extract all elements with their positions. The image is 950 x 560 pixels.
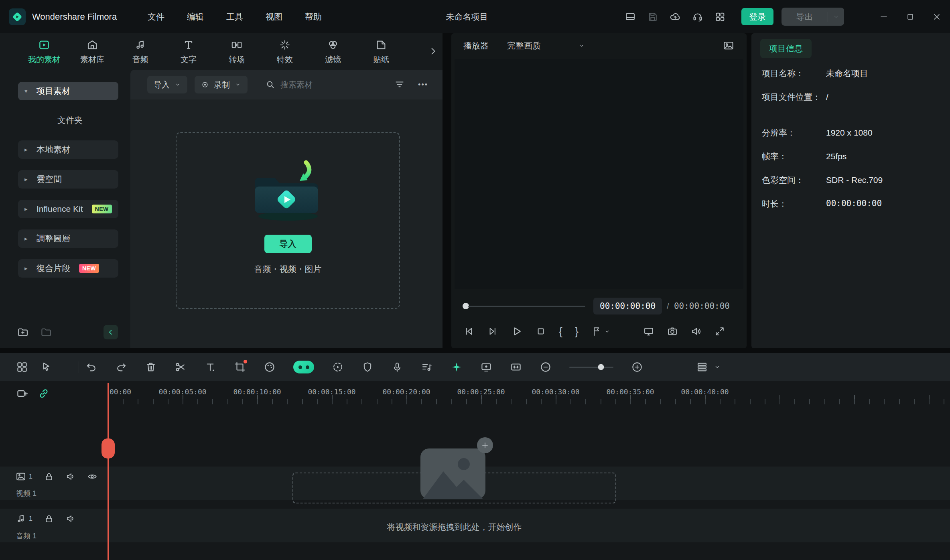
menu-help[interactable]: 帮助 [298, 8, 328, 26]
sidebar-subfolder-label[interactable]: 文件夹 [57, 115, 83, 126]
stop-button[interactable] [535, 326, 546, 337]
tab-transitions[interactable]: 转场 [213, 35, 261, 68]
tab-project-info[interactable]: 项目信息 [760, 39, 812, 58]
zoom-slider[interactable] [569, 367, 613, 368]
current-timecode: 00:00:00:00 [593, 298, 662, 314]
mute-icon[interactable] [65, 471, 76, 482]
media-import-dropzone[interactable]: 导入 音频・视频・图片 [176, 132, 400, 309]
sidebar-item-local-media[interactable]: ▸ 本地素材 [18, 140, 118, 159]
mute-icon[interactable] [65, 513, 76, 524]
quick-text-button[interactable] [204, 361, 216, 373]
menu-file[interactable]: 文件 [141, 8, 171, 26]
play-button[interactable] [511, 325, 523, 337]
login-button[interactable]: 登录 [741, 8, 773, 25]
filter-button[interactable] [394, 79, 405, 90]
split-button[interactable] [175, 361, 187, 373]
sidebar-item-project-media[interactable]: ▾ 项目素材 [18, 82, 118, 100]
export-button[interactable]: 导出 [782, 8, 844, 26]
close-button[interactable] [924, 0, 950, 33]
tab-stickers[interactable]: 贴纸 [357, 35, 405, 68]
import-media-button[interactable]: 导入 [264, 235, 312, 253]
audio-mixer-button[interactable] [421, 361, 433, 373]
stabilize-button[interactable] [361, 361, 374, 373]
mark-out-button[interactable]: } [575, 326, 579, 337]
track-manager-caret-icon[interactable] [714, 363, 721, 371]
info-value: SDR - Rec.709 [826, 174, 883, 186]
sidebar-item-cloud-space[interactable]: ▸ 雲空間 [18, 170, 118, 189]
tab-effects[interactable]: 特效 [261, 35, 309, 68]
menu-tools[interactable]: 工具 [220, 8, 250, 26]
layout-icon[interactable] [624, 11, 636, 23]
mark-in-button[interactable]: { [559, 326, 562, 337]
tab-audio[interactable]: 音频 [116, 35, 164, 68]
tab-stock-media[interactable]: 素材库 [68, 35, 116, 68]
support-headset-icon[interactable] [692, 11, 704, 23]
voiceover-button[interactable] [391, 361, 403, 373]
delete-button[interactable] [145, 361, 157, 373]
crop-button[interactable] [234, 361, 246, 373]
import-dropdown[interactable]: 导入 [147, 76, 187, 93]
screen-record-button[interactable] [480, 361, 492, 373]
playhead-line[interactable] [108, 383, 109, 560]
zoom-slider-handle[interactable] [598, 364, 604, 370]
quality-dropdown[interactable]: 完整画质 [503, 37, 589, 55]
next-frame-button[interactable] [487, 326, 498, 337]
menu-edit[interactable]: 编辑 [181, 8, 210, 26]
zoom-out-button[interactable] [540, 361, 552, 373]
export-caret-icon[interactable] [828, 13, 844, 20]
ai-copilot-button[interactable] [293, 361, 314, 373]
track-manager-button[interactable] [696, 361, 708, 373]
fullscreen-button[interactable] [714, 326, 725, 337]
ruler-label: 00:00:25:00 [457, 388, 505, 396]
tab-filters[interactable]: 滤镜 [309, 35, 357, 68]
display-device-button[interactable] [643, 326, 654, 337]
undo-button[interactable] [85, 361, 97, 373]
minimize-button[interactable] [871, 0, 897, 33]
record-dropdown[interactable]: 录制 [195, 76, 248, 93]
color-palette-button[interactable] [264, 361, 276, 373]
maximize-button[interactable] [897, 0, 924, 33]
new-badge: NEW [92, 205, 112, 213]
tabs-overflow-button[interactable] [428, 45, 439, 57]
select-tool-button[interactable] [40, 361, 52, 373]
lock-icon[interactable] [44, 513, 54, 524]
sidebar-item-influence-kit[interactable]: ▸ Influence Kit NEW [18, 200, 118, 218]
pip-view-button[interactable] [723, 40, 735, 52]
apps-grid-icon[interactable] [714, 11, 726, 23]
collapse-sidebar-button[interactable] [104, 325, 118, 339]
sidebar-footer [0, 325, 130, 339]
eye-icon[interactable] [87, 471, 97, 482]
preview-area[interactable] [455, 59, 743, 289]
tab-text[interactable]: 文字 [164, 35, 213, 68]
lock-icon[interactable] [44, 471, 54, 482]
zoom-in-button[interactable] [631, 361, 643, 373]
sidebar-item-compound-clip[interactable]: ▸ 復合片段 NEW [18, 259, 118, 278]
new-folder-button[interactable] [17, 326, 29, 338]
previous-frame-button[interactable] [463, 326, 475, 337]
seek-track[interactable] [468, 306, 585, 307]
add-media-button[interactable] [477, 437, 493, 453]
folder-icon[interactable] [40, 326, 52, 338]
redo-button[interactable] [115, 361, 127, 373]
playhead-handle[interactable] [101, 438, 115, 459]
more-options-button[interactable]: ••• [418, 81, 428, 89]
tab-my-media[interactable]: 我的素材 [20, 35, 68, 68]
sidebar-item-adjustment-layer[interactable]: ▸ 調整圖層 [18, 229, 118, 248]
auto-ripple-link-button[interactable] [38, 388, 50, 400]
timeline-ruler[interactable]: 00:00 00:00:05:00 00:00:10:00 00:00:15:0… [108, 383, 950, 404]
cloud-upload-icon[interactable] [669, 11, 681, 23]
add-to-timeline-button[interactable] [16, 388, 28, 400]
motion-tracking-button[interactable] [332, 361, 344, 373]
media-blocks-button[interactable] [16, 361, 28, 373]
tab-label: 文字 [181, 54, 197, 65]
search-input[interactable] [280, 80, 373, 89]
keyframe-button[interactable] [451, 361, 463, 373]
fit-timeline-button[interactable] [510, 361, 522, 373]
marker-dropdown[interactable] [591, 326, 610, 337]
volume-button[interactable] [690, 326, 702, 337]
menu-view[interactable]: 视图 [259, 8, 289, 26]
save-icon[interactable] [647, 11, 659, 23]
import-dropdown-label: 导入 [154, 79, 170, 90]
snapshot-button[interactable] [667, 326, 678, 337]
caret-down-icon [579, 43, 585, 49]
